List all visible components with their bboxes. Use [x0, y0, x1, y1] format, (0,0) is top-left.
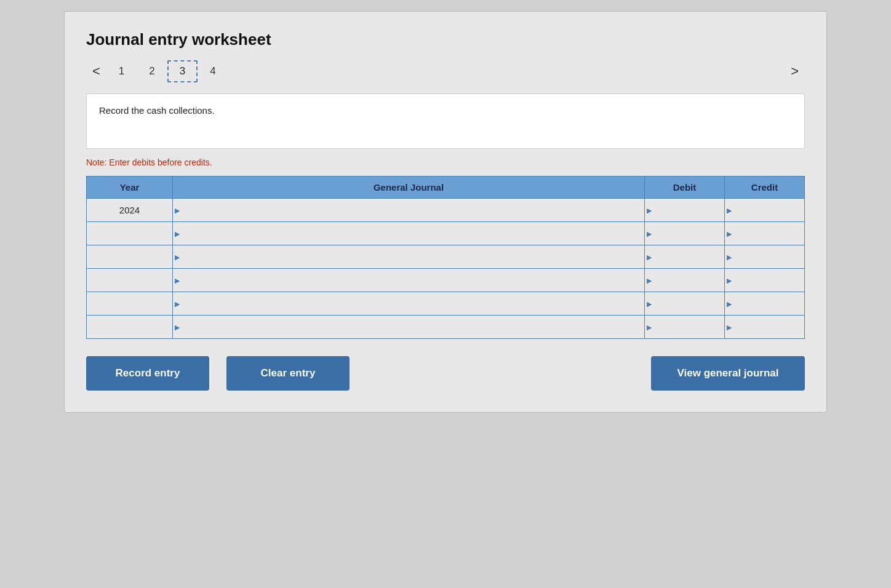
credit-input[interactable]: [726, 223, 803, 245]
year-cell: [87, 222, 173, 245]
record-entry-button[interactable]: Record entry: [86, 356, 209, 391]
general-journal-input[interactable]: [174, 246, 643, 268]
general-journal-cell[interactable]: ▶: [173, 245, 645, 269]
debit-cell[interactable]: ▶: [645, 292, 725, 316]
description-text: Record the cash collections.: [99, 105, 215, 116]
prev-arrow[interactable]: <: [86, 61, 106, 82]
page-title: Journal entry worksheet: [86, 30, 805, 49]
credit-input[interactable]: [726, 246, 803, 268]
debit-input[interactable]: [646, 199, 723, 221]
cell-arrow-icon: ▶: [727, 323, 732, 331]
credit-input[interactable]: [726, 199, 803, 221]
general-journal-cell[interactable]: ▶: [173, 199, 645, 222]
debit-input[interactable]: [646, 246, 723, 268]
debit-input[interactable]: [646, 269, 723, 292]
debit-cell[interactable]: ▶: [645, 199, 725, 222]
header-credit: Credit: [725, 177, 805, 199]
year-cell: [87, 292, 173, 316]
general-journal-cell[interactable]: ▶: [173, 316, 645, 339]
table-row: ▶▶▶: [87, 292, 805, 316]
description-box: Record the cash collections.: [86, 93, 805, 149]
credit-cell[interactable]: ▶: [725, 245, 805, 269]
cell-arrow-icon: ▶: [647, 276, 652, 284]
general-journal-input[interactable]: [174, 269, 643, 292]
header-year: Year: [87, 177, 173, 199]
table-row: 2024▶▶▶: [87, 199, 805, 222]
general-journal-cell[interactable]: ▶: [173, 222, 645, 245]
year-cell: [87, 269, 173, 292]
step-3[interactable]: 3: [167, 60, 198, 82]
cell-arrow-icon: ▶: [647, 206, 652, 214]
credit-input[interactable]: [726, 316, 803, 338]
table-row: ▶▶▶: [87, 269, 805, 292]
general-journal-cell[interactable]: ▶: [173, 292, 645, 316]
cell-arrow-icon: ▶: [727, 253, 732, 261]
credit-input[interactable]: [726, 269, 803, 292]
general-journal-cell[interactable]: ▶: [173, 269, 645, 292]
cell-arrow-icon: ▶: [175, 276, 180, 284]
credit-cell[interactable]: ▶: [725, 292, 805, 316]
step-2[interactable]: 2: [137, 60, 167, 82]
debit-cell[interactable]: ▶: [645, 269, 725, 292]
cell-arrow-icon: ▶: [175, 323, 180, 331]
cell-arrow-icon: ▶: [175, 229, 180, 237]
next-arrow[interactable]: >: [785, 61, 805, 82]
cell-arrow-icon: ▶: [175, 300, 180, 308]
year-cell: [87, 316, 173, 339]
general-journal-input[interactable]: [174, 223, 643, 245]
general-journal-input[interactable]: [174, 293, 643, 315]
general-journal-input[interactable]: [174, 199, 643, 221]
view-general-journal-button[interactable]: View general journal: [651, 356, 805, 391]
year-cell: [87, 245, 173, 269]
debit-cell[interactable]: ▶: [645, 245, 725, 269]
cell-arrow-icon: ▶: [175, 206, 180, 214]
note-text: Note: Enter debits before credits.: [86, 157, 805, 167]
year-cell: 2024: [87, 199, 173, 222]
debit-input[interactable]: [646, 316, 723, 338]
credit-cell[interactable]: ▶: [725, 199, 805, 222]
debit-input[interactable]: [646, 293, 723, 315]
cell-arrow-icon: ▶: [175, 253, 180, 261]
credit-cell[interactable]: ▶: [725, 316, 805, 339]
cell-arrow-icon: ▶: [727, 206, 732, 214]
debit-cell[interactable]: ▶: [645, 316, 725, 339]
journal-table: Year General Journal Debit Credit 2024▶▶…: [86, 176, 805, 339]
cell-arrow-icon: ▶: [647, 300, 652, 308]
debit-cell[interactable]: ▶: [645, 222, 725, 245]
cell-arrow-icon: ▶: [647, 253, 652, 261]
credit-input[interactable]: [726, 293, 803, 315]
step-1[interactable]: 1: [106, 60, 137, 82]
step-navigation: < 1 2 3 4 >: [86, 60, 805, 82]
cell-arrow-icon: ▶: [727, 276, 732, 284]
step-4[interactable]: 4: [198, 60, 228, 82]
cell-arrow-icon: ▶: [727, 300, 732, 308]
cell-arrow-icon: ▶: [727, 229, 732, 237]
credit-cell[interactable]: ▶: [725, 222, 805, 245]
table-row: ▶▶▶: [87, 316, 805, 339]
general-journal-input[interactable]: [174, 316, 643, 338]
header-debit: Debit: [645, 177, 725, 199]
debit-input[interactable]: [646, 223, 723, 245]
clear-entry-button[interactable]: Clear entry: [226, 356, 350, 391]
table-row: ▶▶▶: [87, 222, 805, 245]
table-row: ▶▶▶: [87, 245, 805, 269]
header-general-journal: General Journal: [173, 177, 645, 199]
cell-arrow-icon: ▶: [647, 323, 652, 331]
credit-cell[interactable]: ▶: [725, 269, 805, 292]
cell-arrow-icon: ▶: [647, 229, 652, 237]
worksheet-container: Journal entry worksheet < 1 2 3 4 > Reco…: [64, 11, 827, 413]
action-buttons: Record entry Clear entry View general jo…: [86, 356, 805, 391]
